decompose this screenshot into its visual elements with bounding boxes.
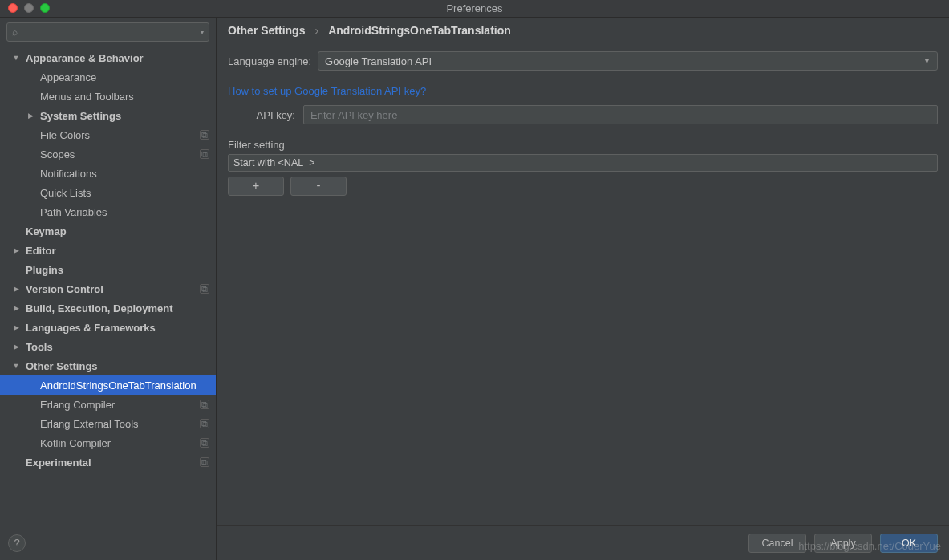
tree-item-label: Other Settings	[26, 360, 98, 372]
tree-item-appearance-behavior[interactable]: ▼Appearance & Behavior	[0, 48, 216, 67]
tree-item-label: Editor	[26, 245, 56, 257]
help-button[interactable]: ?	[8, 534, 26, 552]
close-icon[interactable]	[8, 3, 18, 13]
chevron-right-icon: ▶	[11, 246, 21, 254]
filter-list[interactable]: Start with <NAL_>	[228, 154, 938, 172]
tree-item-label: Scopes	[40, 148, 75, 160]
chevron-right-icon: ▶	[11, 323, 21, 331]
breadcrumb-current: AndroidStringsOneTabTranslation	[328, 24, 511, 37]
filter-list-item: Start with <NAL_>	[233, 157, 314, 168]
tree-item-label: Appearance	[40, 71, 96, 83]
sidebar: ⌕ ▾ ▼Appearance & BehaviorAppearanceMenu…	[0, 18, 217, 560]
tree-item-erlang-compiler[interactable]: Erlang Compiler⧉	[0, 395, 216, 414]
settings-tree: ▼Appearance & BehaviorAppearanceMenus an…	[0, 47, 216, 560]
chevron-right-icon: ▶	[11, 343, 21, 351]
tree-item-version-control[interactable]: ▶Version Control⧉	[0, 279, 216, 298]
add-filter-button[interactable]: +	[228, 177, 284, 196]
search-field[interactable]: ⌕ ▾	[6, 22, 209, 42]
chevron-down-icon: ▼	[11, 362, 21, 370]
search-input[interactable]	[21, 26, 197, 38]
search-icon: ⌕	[12, 26, 18, 38]
tree-item-path-variables[interactable]: Path Variables	[0, 202, 216, 221]
tree-item-label: File Colors	[40, 129, 90, 141]
api-key-label: API key:	[228, 109, 295, 121]
tree-item-other-settings[interactable]: ▼Other Settings	[0, 356, 216, 375]
cancel-button[interactable]: Cancel	[748, 534, 806, 553]
tree-item-keymap[interactable]: Keymap	[0, 221, 216, 241]
tree-item-quick-lists[interactable]: Quick Lists	[0, 183, 216, 202]
tree-item-scopes[interactable]: Scopes⧉	[0, 144, 216, 164]
tree-item-label: Keymap	[26, 225, 67, 237]
chevron-right-icon: ▶	[11, 285, 21, 293]
minimize-icon[interactable]	[24, 3, 34, 13]
breadcrumb-separator-icon: ›	[314, 24, 318, 37]
window-controls	[8, 3, 50, 13]
tree-item-languages-frameworks[interactable]: ▶Languages & Frameworks	[0, 318, 216, 337]
chevron-down-icon: ▼	[923, 57, 931, 65]
project-scope-icon: ⧉	[200, 438, 209, 448]
tree-item-experimental[interactable]: Experimental⧉	[0, 452, 216, 472]
tree-item-label: Build, Execution, Deployment	[26, 302, 172, 314]
dialog-buttons: Cancel Apply OK	[217, 525, 949, 560]
tree-item-label: Erlang Compiler	[40, 399, 115, 411]
tree-item-label: Notifications	[40, 168, 97, 180]
chevron-down-icon: ▼	[11, 54, 21, 62]
tree-item-notifications[interactable]: Notifications	[0, 164, 216, 183]
apply-button[interactable]: Apply	[814, 534, 872, 553]
tree-item-label: System Settings	[40, 110, 121, 122]
filter-setting-label: Filter setting	[228, 139, 938, 151]
tree-item-editor[interactable]: ▶Editor	[0, 241, 216, 260]
main-panel: Other Settings › AndroidStringsOneTabTra…	[217, 18, 949, 525]
tree-item-erlang-external-tools[interactable]: Erlang External Tools⧉	[0, 414, 216, 433]
tree-item-appearance[interactable]: Appearance	[0, 67, 216, 87]
tree-item-tools[interactable]: ▶Tools	[0, 337, 216, 356]
tree-item-label: Erlang External Tools	[40, 418, 139, 430]
tree-item-androidstringsonetabtranslation[interactable]: AndroidStringsOneTabTranslation	[0, 375, 216, 395]
tree-item-label: Quick Lists	[40, 187, 91, 199]
titlebar: Preferences	[0, 0, 949, 18]
chevron-right-icon: ▶	[11, 304, 21, 312]
tree-item-label: Languages & Frameworks	[26, 322, 156, 334]
tree-item-build-execution-deployment[interactable]: ▶Build, Execution, Deployment	[0, 298, 216, 318]
setup-api-link[interactable]: How to set up Google Translation API key…	[228, 85, 426, 97]
project-scope-icon: ⧉	[200, 457, 209, 467]
project-scope-icon: ⧉	[200, 149, 209, 159]
project-scope-icon: ⧉	[200, 284, 209, 294]
language-engine-value: Google Translation API	[325, 55, 432, 67]
tree-item-label: Kotlin Compiler	[40, 437, 111, 449]
tree-item-label: Experimental	[26, 457, 91, 469]
tree-item-plugins[interactable]: Plugins	[0, 260, 216, 279]
chevron-right-icon: ▶	[26, 112, 35, 120]
tree-item-label: Version Control	[26, 283, 103, 295]
project-scope-icon: ⧉	[200, 400, 209, 409]
tree-item-kotlin-compiler[interactable]: Kotlin Compiler⧉	[0, 433, 216, 452]
tree-item-label: Tools	[26, 341, 53, 353]
api-key-input[interactable]	[303, 105, 938, 124]
tree-item-system-settings[interactable]: ▶System Settings	[0, 106, 216, 125]
tree-item-label: AndroidStringsOneTabTranslation	[40, 379, 197, 392]
tree-item-label: Appearance & Behavior	[26, 52, 144, 64]
tree-item-label: Path Variables	[40, 206, 107, 218]
project-scope-icon: ⧉	[200, 130, 209, 140]
project-scope-icon: ⧉	[200, 419, 209, 428]
language-engine-select[interactable]: Google Translation API ▼	[318, 51, 938, 71]
search-dropdown-icon[interactable]: ▾	[201, 29, 204, 36]
tree-item-file-colors[interactable]: File Colors⧉	[0, 125, 216, 144]
tree-item-label: Plugins	[26, 264, 63, 276]
tree-item-label: Menus and Toolbars	[40, 91, 134, 103]
maximize-icon[interactable]	[40, 3, 50, 13]
window-title: Preferences	[446, 2, 502, 14]
ok-button[interactable]: OK	[880, 534, 938, 553]
remove-filter-button[interactable]: -	[290, 177, 347, 196]
breadcrumb-root[interactable]: Other Settings	[228, 24, 305, 37]
tree-item-menus-and-toolbars[interactable]: Menus and Toolbars	[0, 87, 216, 106]
language-engine-label: Language engine:	[228, 55, 311, 67]
breadcrumb: Other Settings › AndroidStringsOneTabTra…	[217, 18, 949, 43]
